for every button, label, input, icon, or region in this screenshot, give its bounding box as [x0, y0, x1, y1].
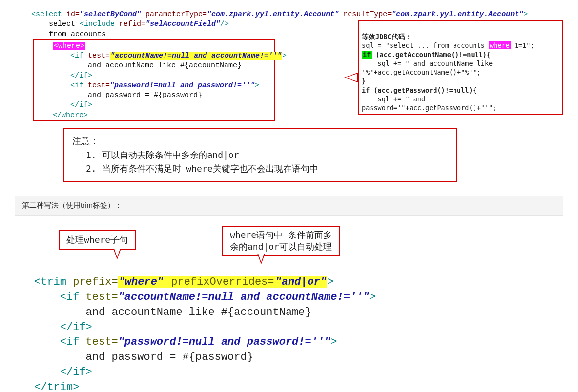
where-open-hl: <where>	[53, 42, 85, 50]
callout-arrow-icon	[113, 249, 121, 259]
note-item-2: 2. 当所有条件不满足时 where关键字也不会出现在语句中	[72, 162, 448, 176]
note-heading: 注意：	[72, 134, 448, 148]
mybatis-select-example: <select id="selectByCond" parameterType=…	[31, 10, 563, 121]
jdbc-where-hl: where	[489, 41, 511, 49]
jdbc-title: 等效JDBC代码：	[362, 33, 412, 40]
trim-example: 处理where子句 where语句中 条件前面多 余的and|or可以自动处理 …	[15, 230, 563, 392]
callout-where: 处理where子句	[59, 230, 136, 250]
jdbc-if-hl: if	[362, 51, 372, 59]
prefix-hl: "where"	[118, 276, 164, 288]
section-trim-header: 第二种写法（使用trim标签）：	[15, 196, 563, 216]
callout-prefixoverrides: where语句中 条件前面多 余的and|or可以自动处理	[222, 226, 340, 256]
select-open-tag: <select	[31, 10, 62, 19]
if1-test-hl: "accountName!=null and accountName!=''"	[110, 52, 282, 60]
note-item-1: 1. 可以自动去除条件中多余的and|or	[72, 148, 448, 162]
prefixoverrides-hl: "and|or"	[275, 276, 328, 288]
where-block-highlight: <where> <if test="accountName!=null and …	[33, 39, 275, 121]
trim-code: <trim prefix="where" prefixOverrides="an…	[34, 275, 376, 392]
jdbc-equiv-callout: 等效JDBC代码： sql = "select ... from account…	[358, 20, 563, 115]
callout-arrow-icon	[257, 254, 265, 264]
callout-arrow-icon	[344, 73, 358, 82]
note-box: 注意： 1. 可以自动去除条件中多余的and|or 2. 当所有条件不满足时 w…	[63, 128, 457, 182]
